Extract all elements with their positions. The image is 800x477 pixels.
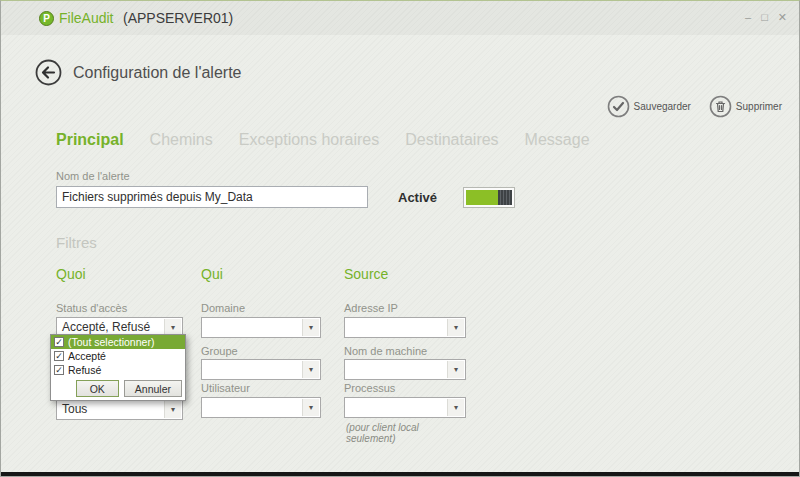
save-button[interactable]: Sauvegarder bbox=[607, 95, 691, 118]
process-combobox[interactable]: ▾ bbox=[344, 397, 466, 418]
checkbox-checked-icon[interactable]: ✓ bbox=[54, 365, 64, 375]
tab-principal[interactable]: Principal bbox=[56, 131, 124, 149]
tab-exceptions-horaires[interactable]: Exceptions horaires bbox=[239, 131, 380, 149]
qui-header: Qui bbox=[201, 266, 223, 282]
checkbox-checked-icon[interactable]: ✓ bbox=[54, 337, 64, 347]
filters-section-title: Filtres bbox=[56, 234, 97, 251]
machine-name-label: Nom de machine bbox=[344, 345, 427, 357]
close-icon[interactable]: ✕ bbox=[778, 12, 787, 23]
server-name: (APPSERVER01) bbox=[123, 10, 233, 26]
chevron-down-icon[interactable]: ▾ bbox=[302, 319, 319, 336]
chevron-down-icon[interactable]: ▾ bbox=[164, 401, 181, 418]
window-controls: – □ ✕ bbox=[745, 12, 787, 23]
tab-chemins[interactable]: Chemins bbox=[150, 131, 213, 149]
trash-icon bbox=[709, 95, 732, 118]
minimize-icon[interactable]: – bbox=[745, 12, 751, 23]
back-button[interactable] bbox=[35, 59, 62, 86]
popup-buttons: OK Annuler bbox=[51, 380, 182, 397]
access-status-label: Status d'accès bbox=[56, 302, 127, 314]
alert-name-label: Nom de l'alerte bbox=[56, 170, 130, 182]
fileaudit-logo-icon: P bbox=[39, 11, 54, 26]
delete-label: Supprimer bbox=[736, 101, 782, 112]
popup-item-refused[interactable]: ✓ Refusé bbox=[51, 363, 185, 377]
source-header: Source bbox=[344, 266, 388, 282]
chevron-down-icon[interactable]: ▾ bbox=[447, 399, 464, 416]
chevron-down-icon[interactable]: ▾ bbox=[302, 361, 319, 378]
popup-item-accepted[interactable]: ✓ Accepté bbox=[51, 349, 185, 363]
group-label: Groupe bbox=[201, 345, 238, 357]
toggle-on-track bbox=[466, 190, 498, 205]
group-combobox[interactable]: ▾ bbox=[201, 359, 321, 380]
check-circle-icon bbox=[607, 95, 630, 118]
refused-label: Refusé bbox=[68, 364, 101, 376]
tab-bar: Principal Chemins Exceptions horaires De… bbox=[56, 131, 590, 149]
ip-address-combobox[interactable]: ▾ bbox=[344, 317, 466, 338]
select-all-label: (Tout selectionner) bbox=[68, 336, 154, 348]
popup-item-select-all[interactable]: ✓ (Tout selectionner) bbox=[51, 335, 185, 349]
enabled-toggle[interactable] bbox=[463, 187, 515, 208]
checkbox-checked-icon[interactable]: ✓ bbox=[54, 351, 64, 361]
ok-button[interactable]: OK bbox=[76, 380, 119, 397]
enabled-label: Activé bbox=[398, 190, 437, 205]
app-brand: FileAudit bbox=[59, 10, 113, 26]
access-type-combobox[interactable]: Tous ▾ bbox=[56, 399, 183, 420]
domain-label: Domaine bbox=[201, 302, 245, 314]
access-status-dropdown-popup: ✓ (Tout selectionner) ✓ Accepté ✓ Refusé… bbox=[50, 334, 186, 401]
cancel-button[interactable]: Annuler bbox=[124, 380, 182, 397]
delete-button[interactable]: Supprimer bbox=[709, 95, 782, 118]
user-label: Utilisateur bbox=[201, 382, 250, 394]
maximize-icon[interactable]: □ bbox=[761, 12, 768, 23]
access-type-value: Tous bbox=[62, 402, 87, 416]
header-actions: Sauvegarder Supprimer bbox=[607, 95, 782, 118]
ip-address-label: Adresse IP bbox=[344, 302, 398, 314]
toggle-handle[interactable] bbox=[498, 190, 512, 205]
process-label: Processus bbox=[344, 382, 395, 394]
chevron-down-icon[interactable]: ▾ bbox=[447, 361, 464, 378]
user-combobox[interactable]: ▾ bbox=[201, 397, 321, 418]
access-status-value: Accepté, Refusé bbox=[62, 320, 150, 334]
page-title: Configuration de l'alerte bbox=[73, 64, 242, 82]
local-client-note: (pour client local seulement) bbox=[346, 422, 466, 444]
quoi-header: Quoi bbox=[56, 266, 86, 282]
machine-name-combobox[interactable]: ▾ bbox=[344, 359, 466, 380]
alert-name-input[interactable] bbox=[56, 186, 368, 208]
accepted-label: Accepté bbox=[68, 350, 106, 362]
fileaudit-window: P FileAudit (APPSERVER01) – □ ✕ Configur… bbox=[0, 0, 800, 477]
back-arrow-icon bbox=[35, 59, 62, 86]
titlebar: P FileAudit (APPSERVER01) – □ ✕ bbox=[1, 1, 799, 35]
tab-message[interactable]: Message bbox=[525, 131, 590, 149]
save-label: Sauvegarder bbox=[634, 101, 691, 112]
window-bottom-border bbox=[1, 472, 799, 476]
domain-combobox[interactable]: ▾ bbox=[201, 317, 321, 338]
chevron-down-icon[interactable]: ▾ bbox=[447, 319, 464, 336]
tab-destinataires[interactable]: Destinataires bbox=[405, 131, 498, 149]
chevron-down-icon[interactable]: ▾ bbox=[302, 399, 319, 416]
